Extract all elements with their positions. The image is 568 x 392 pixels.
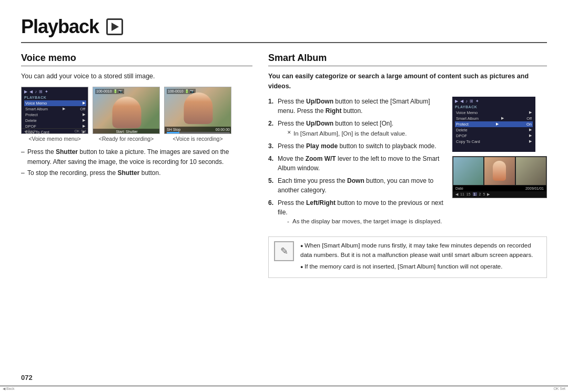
sa-audio-icon: ♪ — [465, 99, 468, 104]
photo-hud: 100-0010 🔋 📷 — [93, 89, 160, 94]
nav-num-4: 2 — [479, 192, 481, 196]
sa-row-smart: Smart Album ▶ Off — [455, 116, 533, 121]
cam-menu-title: PLAYBACK — [24, 96, 86, 99]
smart-album-intro: You can easily categorize or search a la… — [268, 71, 547, 91]
page: Playback Voice memo You can add your voi… — [0, 0, 568, 392]
arrow-icon: ▶ — [529, 139, 532, 143]
arrow-icon: ▶ — [83, 118, 85, 122]
note-box: ✎ When [Smart Album] mode runs firstly, … — [268, 236, 547, 278]
steps-container: 1. Press the Up/Down button to select th… — [268, 97, 444, 230]
smart-album-section: Smart Album You can easily categorize or… — [268, 53, 547, 368]
recording-photo: 100-0010 🔋 📷 SH Stop 00:00:00 — [165, 87, 231, 134]
step-4: 4. Move the Zoom W/T lever to the left t… — [268, 154, 444, 173]
nav-right-icon: ▶ — [487, 192, 490, 197]
step-text-3: Press the Play mode button to switch to … — [278, 141, 444, 151]
sa-voice-label: Voice Memo — [456, 110, 478, 115]
content-columns: Voice memo You can add your voice to a s… — [21, 53, 547, 368]
delete-label: Delete — [25, 118, 37, 123]
page-header: Playback — [21, 16, 547, 43]
sa-camera-menu: ▶ ◀ ♪ ⊞ ✦ PLAYBACK Voice Memo ▶ Smart — [452, 97, 535, 152]
nav-num-2: 15 — [466, 192, 471, 196]
step-num-5: 5. — [268, 176, 276, 195]
smart-album-content: 1. Press the Up/Down button to select th… — [268, 97, 547, 230]
nav-num-5: 5 — [483, 192, 485, 196]
page-number: 072 — [21, 374, 547, 381]
arrow-icon: ▶ — [63, 107, 65, 111]
step-3: 3. Press the Play mode button to switch … — [268, 141, 444, 151]
off-label: Off — [80, 107, 85, 111]
bullet-item-1: Press the Shutter button to take a pictu… — [21, 147, 252, 167]
step-text-6: Press the Left/Right button to move to t… — [278, 198, 444, 226]
sa-play-icon: ▶ — [455, 99, 458, 104]
sa-star-icon: ✦ — [475, 99, 479, 104]
cam-menu-row-delete: Delete ▶ — [24, 118, 86, 123]
sa-protect-label: Protect — [456, 122, 469, 127]
step-text-2: Press the Up/Down button to select [On].… — [278, 119, 444, 138]
vm-caption-1: <Voice memo menu> — [28, 136, 80, 142]
progress-bar — [167, 132, 230, 133]
sa-row-delete: Delete ▶ — [455, 127, 533, 133]
step-1: 1. Press the Up/Down button to select th… — [268, 97, 444, 116]
cam-menu-row-protect: Protect ▶ — [24, 112, 86, 118]
sa-copy-label: Copy To Card — [456, 139, 480, 144]
sa-cam-bottom: ◀ Back OK Set — [0, 386, 568, 391]
camera-menu-display: ▶ ◀ ♪ ⊞ ✦ PLAYBACK Voice Memo ▶ — [22, 87, 88, 134]
arrow-icon: ▶ — [529, 128, 532, 132]
play-icon-menu: ▶ — [24, 89, 27, 94]
photo-cell-3 — [515, 157, 546, 185]
sh-label: SH Stop — [167, 128, 180, 131]
ready-photo: 100-0010 🔋 📷 Start: Shutter — [93, 87, 160, 134]
person-silhouette — [113, 97, 141, 128]
vm-image-recording: 100-0010 🔋 📷 SH Stop 00:00:00 — [164, 87, 231, 142]
step-num-4: 4. — [268, 154, 276, 173]
vm-caption-3: <Voice is recording> — [173, 136, 222, 142]
step-num-3: 3. — [268, 141, 276, 151]
nav-left-icon: ◀ — [455, 192, 458, 197]
note-icon: ✎ — [274, 241, 294, 261]
step-num-1: 1. — [268, 97, 276, 116]
voice-memo-images: ▶ ◀ ♪ ⊞ ✦ PLAYBACK Voice Memo ▶ — [21, 87, 252, 142]
sa-cam-title: PLAYBACK — [455, 105, 533, 109]
play-icon — [106, 18, 123, 35]
note-content: When [Smart Album] mode runs firstly, it… — [300, 241, 541, 273]
cam-menu-row-smartalbum: Smart Album ▶ Off — [24, 106, 86, 112]
audio-icon-menu: ♪ — [35, 89, 37, 94]
progress-fill — [167, 132, 179, 133]
sa-ok-label: OK Set — [553, 387, 565, 391]
bold-shutter-2: Shutter — [117, 169, 139, 177]
sa-smart-label: Smart Album — [456, 116, 479, 121]
vm-ready-screen: 100-0010 🔋 📷 Start: Shutter — [93, 87, 160, 134]
sa-date-bar: Date 2009/01/01 — [453, 185, 546, 191]
date-value: 2009/01/01 — [525, 187, 544, 190]
page-title: Playback — [21, 16, 99, 38]
numbered-steps: 1. Press the Up/Down button to select th… — [268, 97, 444, 226]
sa-photo-grid: Date 2009/01/01 ◀ 11 15 1 2 5 ▶ — [452, 156, 547, 198]
arrow-icon: ▶ — [529, 110, 532, 115]
nav-num-1: 11 — [460, 192, 464, 196]
vm-menu-screen: ▶ ◀ ♪ ⊞ ✦ PLAYBACK Voice Memo ▶ — [21, 87, 88, 134]
bullet-item-2: To stop the recording, press the Shutter… — [21, 168, 252, 178]
arrow-icon: ▶ — [501, 116, 504, 120]
sa-off-label: Off — [526, 116, 532, 121]
sa-row-dpof: DPOF ▶ — [455, 133, 533, 139]
cam-menu-icons: ▶ ◀ ♪ ⊞ ✦ — [24, 89, 86, 94]
arrow-icon: ▶ — [496, 122, 499, 126]
sa-delete-label: Delete — [456, 128, 468, 132]
step-text-5: Each time you press the Down button, you… — [278, 176, 444, 195]
step-num-6: 6. — [268, 198, 276, 226]
photo-cell-1 — [453, 157, 484, 185]
arrow-icon: ▶ — [529, 133, 532, 138]
date-label: Date — [455, 187, 463, 190]
step-text-1: Press the Up/Down button to select the [… — [278, 97, 444, 116]
timer: 00:00:00 — [216, 128, 230, 131]
vm-caption-2: <Ready for recording> — [99, 136, 154, 142]
sa-row-protect: Protect ▶ On — [455, 121, 533, 127]
voice-memo-intro: You can add your voice to a stored still… — [21, 71, 252, 81]
photo-counter: 100-0010 🔋 📷 — [95, 89, 124, 94]
note-point-1: When [Smart Album] mode runs firstly, it… — [300, 241, 541, 260]
step-5: 5. Each time you press the Down button, … — [268, 176, 444, 195]
arrow-icon: ▶ — [83, 112, 85, 117]
back-button-label: ◀ Back — [24, 129, 36, 133]
nav-num-3: 1 — [473, 192, 477, 196]
step-2-sub: In [Smart Album], [On] is the default va… — [287, 129, 444, 138]
